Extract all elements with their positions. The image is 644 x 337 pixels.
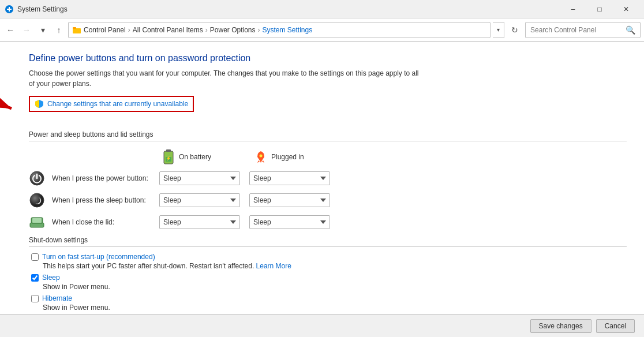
sleep-desc: Show in Power menu. xyxy=(43,283,627,291)
address-path[interactable]: Control Panel › All Control Panel Items … xyxy=(68,22,491,38)
svg-point-10 xyxy=(260,155,263,158)
folder-icon xyxy=(72,25,81,35)
up-button[interactable]: ↑ xyxy=(52,23,66,37)
change-settings-link[interactable]: Change settings that are currently unava… xyxy=(47,100,188,108)
svg-rect-4 xyxy=(73,27,76,29)
app-icon xyxy=(5,5,14,14)
svg-point-12 xyxy=(30,193,44,207)
sleep-button-icon xyxy=(29,192,45,208)
svg-rect-3 xyxy=(73,28,81,33)
section-header-text: Power and sleep buttons and lid settings xyxy=(29,130,153,138)
plugged-in-icon xyxy=(254,150,268,164)
shutdown-section: Shut-down settings Turn on fast start-up… xyxy=(29,236,627,314)
address-dropdown[interactable]: ▾ xyxy=(493,22,504,38)
power-button-label: When I press the power button: xyxy=(52,174,159,182)
lid-plugged-dropdown[interactable]: SleepDo nothingHibernateShut down xyxy=(249,215,330,229)
change-settings-link-box[interactable]: Change settings that are currently unava… xyxy=(29,96,194,112)
on-battery-label: On battery xyxy=(179,153,211,161)
cancel-button[interactable]: Cancel xyxy=(596,319,635,333)
path-all-items: All Control Panel Items xyxy=(133,26,203,34)
fast-startup-learn-more[interactable]: Learn More xyxy=(256,262,291,270)
sleep-button-label: When I press the sleep button: xyxy=(52,196,159,204)
title-bar: System Settings – □ ✕ xyxy=(0,0,644,18)
path-power-options: Power Options xyxy=(210,26,256,34)
lid-label: When I close the lid: xyxy=(52,218,159,226)
sleep-checkbox[interactable] xyxy=(31,274,39,282)
content-area: Define power buttons and turn on passwor… xyxy=(0,42,644,314)
refresh-button[interactable]: ↻ xyxy=(507,22,523,38)
fast-startup-row: Turn on fast start-up (recommended) xyxy=(31,253,627,261)
power-button-battery-dropdown[interactable]: SleepDo nothingHibernateShut down xyxy=(159,171,240,185)
search-input[interactable] xyxy=(530,26,626,34)
on-battery-header: ⚡ On battery xyxy=(162,148,254,166)
plugged-in-label: Plugged in xyxy=(271,153,304,161)
lid-row: When I close the lid: SleepDo nothingHib… xyxy=(29,214,627,230)
hibernate-row: Hibernate xyxy=(31,294,627,302)
close-button[interactable]: ✕ xyxy=(613,0,639,18)
title-bar-controls: – □ ✕ xyxy=(560,0,639,18)
sleep-button-plugged-dropdown[interactable]: SleepDo nothingHibernateShut down xyxy=(249,193,330,207)
page-description: Choose the power settings that you want … xyxy=(29,68,421,89)
search-icon: 🔍 xyxy=(626,25,635,35)
shutdown-header: Shut-down settings xyxy=(29,236,627,247)
setting-rows: When I press the power button: SleepDo n… xyxy=(29,170,627,230)
red-arrow-icon xyxy=(0,94,23,123)
sleep-row: Sleep xyxy=(31,274,627,282)
hibernate-label: Hibernate xyxy=(42,294,72,302)
recent-pages-button[interactable]: ▾ xyxy=(36,23,50,37)
minimize-button[interactable]: – xyxy=(560,0,586,18)
hibernate-item: Hibernate Show in Power menu. xyxy=(29,294,627,312)
path-control-panel: Control Panel xyxy=(84,26,126,34)
lid-battery-dropdown[interactable]: SleepDo nothingHibernateShut down xyxy=(159,215,240,229)
svg-rect-7 xyxy=(166,149,171,152)
svg-text:⚡: ⚡ xyxy=(166,155,171,161)
power-button-row: When I press the power button: SleepDo n… xyxy=(29,170,627,186)
bottom-bar: Save changes Cancel xyxy=(0,314,644,337)
sleep-item: Sleep Show in Power menu. xyxy=(29,274,627,291)
column-headers: ⚡ On battery Plugged in xyxy=(29,148,627,166)
fast-startup-desc: This helps start your PC faster after sh… xyxy=(43,262,627,270)
change-settings-container: Change settings that are currently unava… xyxy=(29,96,627,121)
main-content: Define power buttons and turn on passwor… xyxy=(0,42,644,314)
battery-icon: ⚡ xyxy=(162,148,175,166)
sleep-button-battery-dropdown[interactable]: SleepDo nothingHibernateShut down xyxy=(159,193,240,207)
svg-rect-2 xyxy=(9,7,10,12)
section-header: Power and sleep buttons and lid settings xyxy=(29,130,627,141)
back-button[interactable]: ← xyxy=(3,23,17,37)
address-bar: ← → ▾ ↑ Control Panel › All Control Pane… xyxy=(0,18,644,42)
hibernate-checkbox[interactable] xyxy=(31,295,39,302)
path-system-settings: System Settings xyxy=(262,26,312,34)
search-box[interactable]: 🔍 xyxy=(525,22,641,38)
hibernate-desc: Show in Power menu. xyxy=(43,304,627,312)
fast-startup-item: Turn on fast start-up (recommended) This… xyxy=(29,253,627,270)
lid-icon xyxy=(29,214,45,230)
power-button-icon xyxy=(29,170,45,186)
maximize-button[interactable]: □ xyxy=(586,0,613,18)
forward-button[interactable]: → xyxy=(20,23,33,37)
page-title: Define power buttons and turn on passwor… xyxy=(29,53,627,63)
plugged-in-header: Plugged in xyxy=(254,150,346,164)
fast-startup-label: Turn on fast start-up (recommended) xyxy=(42,253,155,261)
svg-rect-15 xyxy=(32,218,42,223)
title-bar-text: System Settings xyxy=(17,5,560,13)
sleep-button-row: When I press the sleep button: SleepDo n… xyxy=(29,192,627,208)
save-changes-button[interactable]: Save changes xyxy=(530,319,591,333)
sleep-label: Sleep xyxy=(42,274,60,282)
power-button-plugged-dropdown[interactable]: SleepDo nothingHibernateShut down xyxy=(249,171,330,185)
fast-startup-checkbox[interactable] xyxy=(31,253,39,261)
shield-uac-icon xyxy=(35,99,44,108)
